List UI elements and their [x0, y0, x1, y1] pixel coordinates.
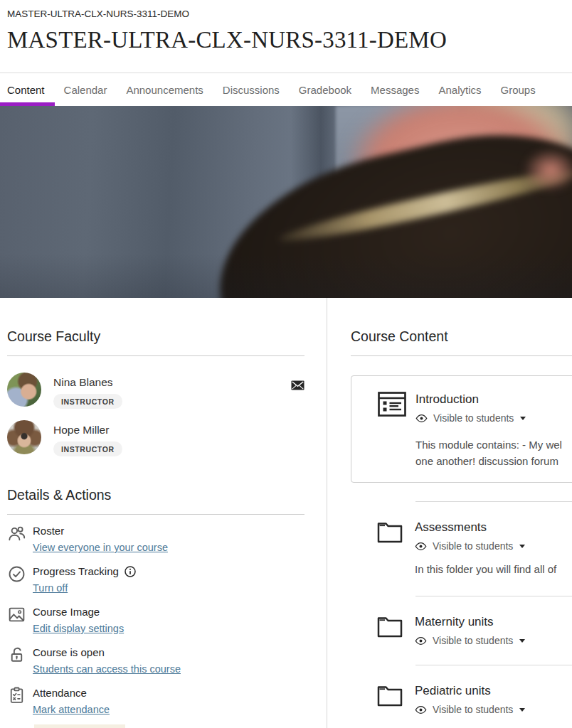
main-content: Course Faculty Nina Blanes INSTRUCTOR: [0, 298, 572, 728]
item-body: Maternity units Visible to students: [415, 614, 525, 646]
description-line: one another! discussion forum: [415, 453, 572, 469]
action-attendance: Attendance Mark attendance: [7, 685, 304, 717]
action-body: Attendance Mark attendance: [33, 685, 110, 717]
folder-icon: [377, 616, 403, 638]
content-item-maternity-units[interactable]: Maternity units Visible to students: [351, 614, 572, 646]
envelope-icon[interactable]: [291, 380, 304, 390]
right-column: Course Content: [327, 298, 572, 728]
folder-icon: [377, 521, 403, 544]
action-body: Course is open Students can access this …: [33, 645, 181, 676]
action-title-text: Progress Tracking: [33, 564, 119, 579]
course-faculty-heading: Course Faculty: [7, 328, 304, 345]
page-header: MASTER-ULTRA-CLX-NURS-3311-DEMO MASTER-U…: [0, 0, 572, 53]
faculty-name: Nina Blanes: [53, 375, 291, 389]
tab-messages[interactable]: Messages: [371, 73, 419, 106]
description-line: This module contains: - My wel: [415, 437, 572, 453]
eye-icon: [415, 636, 427, 646]
visibility-label: Visible to students: [433, 704, 513, 715]
tab-gradebook[interactable]: Gradebook: [299, 73, 351, 106]
content-item-introduction[interactable]: Introduction Visible to students: [351, 375, 572, 483]
action-course-image: Course Image Edit display settings: [7, 604, 304, 636]
chevron-down-icon: [519, 639, 525, 643]
item-title[interactable]: Maternity units: [415, 614, 525, 630]
eye-icon: [415, 705, 427, 714]
clipped-element-below-fold: [34, 724, 125, 728]
visibility-dropdown[interactable]: Visible to students: [415, 704, 525, 715]
action-title: Attendance: [33, 685, 110, 700]
action-title: Course is open: [33, 645, 181, 660]
course-image-icon: [7, 605, 26, 624]
progress-tracking-link[interactable]: Turn off: [33, 581, 68, 595]
item-separator: [415, 596, 572, 596]
action-body: Progress Tracking Turn off: [33, 564, 137, 595]
item-separator: [415, 501, 572, 502]
course-image-link[interactable]: Edit display settings: [33, 621, 124, 636]
tab-groups[interactable]: Groups: [500, 73, 535, 106]
chevron-down-icon: [519, 708, 525, 712]
faculty-row-hope: Hope Miller INSTRUCTOR: [7, 420, 304, 456]
action-roster: Roster View everyone in your course: [7, 523, 304, 555]
visibility-label: Visible to students: [433, 540, 513, 552]
tab-announcements[interactable]: Announcements: [126, 73, 203, 106]
course-tab-bar: Content Calendar Announcements Discussio…: [0, 73, 572, 106]
faculty-info: Hope Miller INSTRUCTOR: [53, 420, 304, 456]
chevron-down-icon: [520, 417, 526, 420]
visibility-dropdown[interactable]: Visible to students: [415, 412, 526, 424]
action-title: Course Image: [33, 604, 124, 619]
instructor-badge: INSTRUCTOR: [53, 394, 122, 409]
action-progress-tracking: Progress Tracking Turn off: [7, 564, 304, 595]
chevron-down-icon: [519, 545, 525, 548]
faculty-info: Nina Blanes INSTRUCTOR: [53, 373, 291, 409]
learning-module-icon: [378, 392, 406, 417]
hero-shape-vignette: [0, 254, 572, 298]
action-body: Roster View everyone in your course: [33, 523, 168, 555]
tab-analytics[interactable]: Analytics: [438, 73, 481, 106]
instructor-badge: INSTRUCTOR: [53, 441, 122, 456]
faculty-row-nina: Nina Blanes INSTRUCTOR: [7, 373, 304, 409]
item-body: Introduction Visible to students: [415, 392, 526, 424]
avatar-nina-blanes: [7, 373, 41, 407]
progress-tracking-icon: [7, 564, 26, 584]
attendance-icon: [7, 686, 26, 705]
item-title[interactable]: Assessments: [415, 520, 556, 535]
folder-icon: [377, 685, 403, 707]
action-body: Course Image Edit display settings: [33, 604, 124, 636]
info-icon[interactable]: [124, 565, 137, 578]
roster-icon: [7, 524, 26, 543]
tab-discussions[interactable]: Discussions: [223, 73, 280, 106]
visibility-dropdown[interactable]: Visible to students: [415, 540, 556, 552]
content-divider: [351, 355, 572, 356]
content-item-assessments[interactable]: Assessments Visible to students In this …: [351, 520, 572, 577]
course-hero-image: [0, 106, 572, 298]
item-body: Pediatric units Visible to students: [415, 683, 525, 715]
course-page: MASTER-ULTRA-CLX-NURS-3311-DEMO MASTER-U…: [0, 0, 572, 728]
item-title[interactable]: Pediatric units: [415, 683, 525, 699]
details-actions-heading: Details & Actions: [7, 487, 304, 503]
content-item-pediatric-units[interactable]: Pediatric units Visible to students: [351, 683, 572, 715]
details-divider: [7, 514, 304, 515]
breadcrumb[interactable]: MASTER-ULTRA-CLX-NURS-3311-DEMO: [7, 8, 572, 20]
visibility-label: Visible to students: [433, 635, 513, 646]
faculty-name: Hope Miller: [53, 423, 304, 437]
item-title[interactable]: Introduction: [415, 392, 526, 407]
action-title: Progress Tracking: [33, 564, 137, 579]
course-open-link[interactable]: Students can access this course: [33, 662, 181, 676]
tab-calendar[interactable]: Calendar: [64, 73, 107, 106]
attendance-link[interactable]: Mark attendance: [33, 702, 110, 717]
visibility-dropdown[interactable]: Visible to students: [415, 635, 525, 646]
item-header: Introduction Visible to students: [378, 392, 572, 424]
left-column: Course Faculty Nina Blanes INSTRUCTOR: [0, 298, 327, 728]
eye-icon: [415, 414, 428, 423]
avatar-hope-miller: [7, 420, 41, 454]
eye-icon: [415, 542, 427, 551]
action-course-open: Course is open Students can access this …: [7, 645, 304, 676]
visibility-label: Visible to students: [433, 412, 514, 424]
item-description: In this folder you will find all of: [415, 561, 556, 577]
page-title: MASTER-ULTRA-CLX-NURS-3311-DEMO: [7, 26, 572, 53]
faculty-divider: [7, 355, 304, 356]
tab-content[interactable]: Content: [7, 73, 45, 106]
roster-link[interactable]: View everyone in your course: [33, 540, 168, 555]
lock-open-icon: [7, 646, 26, 665]
item-body: Assessments Visible to students In this …: [415, 520, 556, 577]
item-separator: [415, 665, 572, 665]
